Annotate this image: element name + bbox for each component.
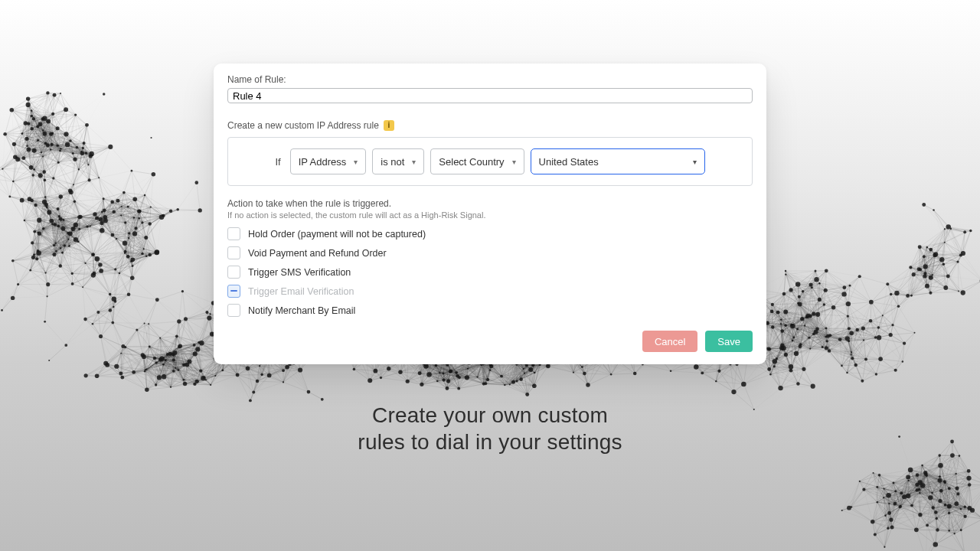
checkbox[interactable]: [227, 285, 240, 298]
action-row[interactable]: Hold Order (payment will not be captured…: [227, 227, 753, 240]
target-type-select[interactable]: Select Country ▾: [430, 148, 524, 174]
target-value-select[interactable]: United States ▾: [531, 148, 705, 174]
checkbox[interactable]: [227, 266, 240, 279]
operator-select[interactable]: is not ▾: [372, 148, 424, 174]
actions-heading: Action to take when the rule is triggere…: [227, 198, 753, 209]
action-label: Notify Merchant By Email: [248, 305, 355, 316]
actions-subheading: If no action is selected, the custom rul…: [227, 210, 753, 220]
actions-list: Hold Order (payment will not be captured…: [227, 227, 753, 317]
action-row[interactable]: Notify Merchant By Email: [227, 304, 753, 317]
name-label: Name of Rule:: [227, 74, 753, 85]
action-label: Trigger SMS Verification: [248, 267, 351, 278]
action-row[interactable]: Trigger SMS Verification: [227, 266, 753, 279]
hero-line-1: Create your own custom: [358, 402, 622, 429]
chevron-down-icon: ▾: [412, 158, 416, 166]
dialog-footer: Cancel Save: [227, 331, 753, 352]
hero-line-2: rules to dial in your settings: [358, 429, 622, 455]
save-button[interactable]: Save: [705, 331, 753, 352]
builder-label: Create a new custom IP Address rule: [227, 120, 379, 131]
operator-select-value: is not: [381, 156, 404, 168]
field-select-value: IP Address: [299, 156, 347, 168]
if-label: If: [275, 156, 280, 168]
field-select[interactable]: IP Address ▾: [290, 148, 367, 174]
action-label: Trigger Email Verification: [248, 286, 354, 297]
action-row[interactable]: Void Payment and Refund Order: [227, 246, 753, 259]
checkbox[interactable]: [227, 246, 240, 259]
info-icon[interactable]: i: [384, 120, 394, 131]
rule-editor-card: Name of Rule: Create a new custom IP Add…: [214, 64, 766, 364]
chevron-down-icon: ▾: [354, 158, 358, 166]
chevron-down-icon: ▾: [512, 158, 516, 166]
action-label: Hold Order (payment will not be captured…: [248, 229, 426, 240]
action-label: Void Payment and Refund Order: [248, 248, 387, 259]
chevron-down-icon: ▾: [693, 158, 697, 166]
builder-label-row: Create a new custom IP Address rule i: [227, 120, 753, 131]
checkbox[interactable]: [227, 227, 240, 240]
cancel-button[interactable]: Cancel: [642, 331, 697, 352]
rule-condition-row: If IP Address ▾ is not ▾ Select Country …: [227, 137, 753, 186]
action-row[interactable]: Trigger Email Verification: [227, 285, 753, 298]
checkbox[interactable]: [227, 304, 240, 317]
target-value: United States: [539, 156, 599, 168]
rule-name-input[interactable]: [227, 88, 753, 103]
target-type-value: Select Country: [439, 156, 504, 168]
hero-caption: Create your own custom rules to dial in …: [358, 402, 622, 455]
